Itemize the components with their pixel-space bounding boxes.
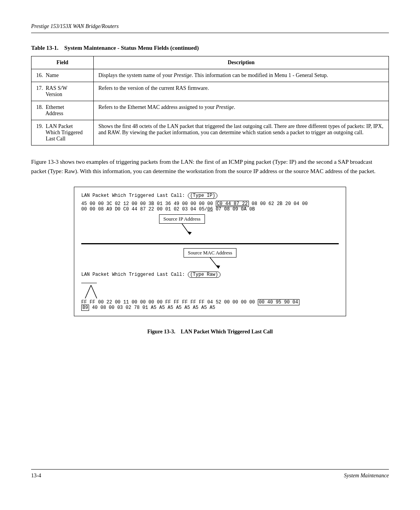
- source-ip-callout: Source IP Address: [159, 214, 205, 235]
- bottom-type-label: (Type Raw): [188, 272, 220, 278]
- top-label-line: LAN Packet Which Triggered Last Call: (T…: [81, 193, 339, 199]
- figure-divider: [81, 243, 339, 244]
- top-label: LAN Packet Which Triggered Last Call:: [81, 193, 185, 198]
- desc-18: Refers to the Ethernet MAC address assig…: [94, 101, 389, 120]
- col-header-description: Description: [94, 56, 389, 69]
- table-title: Table 13-1. System Maintenance - Status …: [31, 45, 389, 51]
- figure-caption-num: Figure 13-3.: [147, 329, 175, 335]
- top-hex-line2: 00 00 08 A9 D0 C0 44 87 22 00 01 02 03 0…: [81, 207, 339, 212]
- table-number: Table 13-1.: [31, 45, 58, 51]
- header-title: Prestige 153/153X WAN Bridge/Routers: [31, 23, 119, 29]
- top-type-label: (Type IP): [188, 193, 218, 199]
- source-mac-arrow: [194, 258, 226, 269]
- table-subtitle: System Maintenance - Status Menu Fields …: [64, 45, 199, 51]
- footer-right: System Maintenance: [344, 473, 389, 479]
- footer-left: 13-4: [31, 473, 41, 479]
- page-footer: 13-4 System Maintenance: [31, 469, 389, 479]
- bottom-hex-line2: B9 40 08 00 03 02 78 01 A5 A5 A5 A5 A5 A…: [81, 305, 339, 310]
- source-ip-callout-row: Source IP Address: [81, 214, 339, 235]
- bottom-label: LAN Packet Which Triggered Last Call:: [81, 272, 185, 277]
- table-row: 19. LAN Packet Which Triggered Last Call…: [32, 120, 389, 145]
- table-row: 16. Name Displays the system name of you…: [32, 69, 389, 82]
- bottom-arrow-lines: [81, 285, 339, 299]
- table-row: 18. Ethernet Address Refers to the Ether…: [32, 101, 389, 120]
- field-17: 17. RAS S/W Version: [32, 82, 94, 101]
- status-menu-table: Field Description 16. Name Displays the …: [31, 56, 389, 145]
- source-mac-callout: Source MAC Address: [184, 248, 236, 269]
- field-18: 18. Ethernet Address: [32, 101, 94, 120]
- figure-caption-text: LAN Packet Which Triggered Last Call: [181, 329, 273, 335]
- body-paragraph: Figure 13-3 shows two examples of trigge…: [31, 157, 389, 176]
- table-row: 17. RAS S/W Version Refers to the versio…: [32, 82, 389, 101]
- svg-line-4: [85, 285, 91, 298]
- desc-16: Displays the system name of your Prestig…: [94, 69, 389, 82]
- figure-top-section: LAN Packet Which Triggered Last Call: (T…: [81, 193, 339, 239]
- col-header-field: Field: [32, 56, 94, 69]
- field-19: 19. LAN Packet Which Triggered Last Call: [32, 120, 94, 145]
- desc-17: Refers to the version of the current RAS…: [94, 82, 389, 101]
- bottom-hex-line1: FF FF 00 22 00 11 00 00 00 00 FF FF FF F…: [81, 300, 339, 305]
- source-ip-arrow: [166, 224, 198, 235]
- svg-line-0: [182, 224, 190, 235]
- source-mac-callout-row: Source MAC Address: [81, 248, 339, 269]
- figure-bottom-section: Source MAC Address LAN Packet Which Trig…: [81, 248, 339, 310]
- svg-line-5: [91, 285, 97, 298]
- source-ip-box: Source IP Address: [159, 214, 205, 224]
- page-header: Prestige 153/153X WAN Bridge/Routers: [31, 23, 389, 33]
- desc-19: Shows the first 48 octets of the LAN pac…: [94, 120, 389, 145]
- figure-box: LAN Packet Which Triggered Last Call: (T…: [74, 187, 346, 316]
- figure-caption: Figure 13-3. LAN Packet Which Triggered …: [31, 329, 389, 335]
- source-mac-box: Source MAC Address: [184, 248, 236, 258]
- bottom-label-line: LAN Packet Which Triggered Last Call: (T…: [81, 272, 339, 278]
- svg-line-2: [210, 258, 219, 268]
- source-mac-label: Source MAC Address: [188, 250, 232, 256]
- top-hex-line1: 45 00 00 3C 02 12 00 00 3B 01 36 49 00 0…: [81, 201, 339, 207]
- field-16: 16. Name: [32, 69, 94, 82]
- bottom-arrow-svg: [81, 285, 101, 299]
- source-ip-label: Source IP Address: [163, 216, 201, 222]
- page: Prestige 153/153X WAN Bridge/Routers Tab…: [0, 0, 420, 510]
